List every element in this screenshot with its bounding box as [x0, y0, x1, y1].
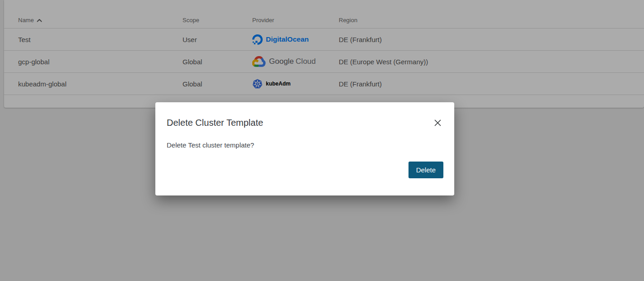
delete-cluster-template-modal: Delete Cluster Template Delete Test clus…: [155, 102, 454, 195]
modal-header: Delete Cluster Template: [155, 102, 454, 128]
modal-title: Delete Cluster Template: [167, 117, 263, 128]
close-icon: [434, 121, 442, 128]
modal-message: Delete Test cluster template?: [155, 128, 454, 150]
modal-footer: Delete: [155, 150, 454, 178]
close-button[interactable]: [433, 118, 442, 128]
delete-button[interactable]: Delete: [409, 162, 443, 178]
